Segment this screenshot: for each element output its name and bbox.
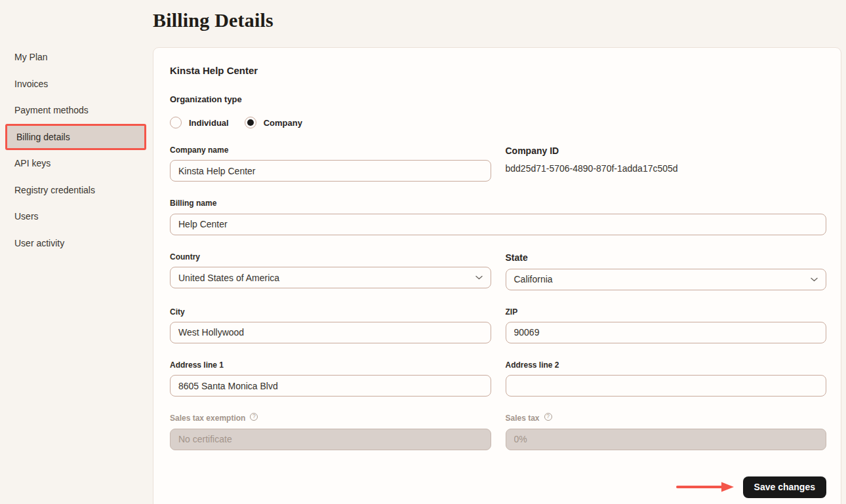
state-field-group: State California bbox=[506, 252, 827, 290]
sidebar-item-my-plan[interactable]: My Plan bbox=[0, 44, 153, 71]
company-name-field-group: Company name bbox=[170, 145, 491, 182]
save-row: Save changes bbox=[170, 476, 826, 498]
address-line-1-field-group: Address line 1 bbox=[170, 360, 491, 397]
state-select[interactable]: California bbox=[506, 269, 827, 290]
billing-name-label: Billing name bbox=[170, 199, 826, 208]
billing-details-card: Kinsta Help Center Organization type Ind… bbox=[153, 47, 841, 504]
sidebar-item-invoices[interactable]: Invoices bbox=[0, 71, 153, 98]
row-billing-name: Billing name bbox=[170, 199, 826, 235]
billing-name-field-group: Billing name bbox=[170, 199, 826, 235]
row-sales-tax: Sales tax exemption ? Sales tax ? bbox=[170, 414, 826, 450]
radio-unselected-icon bbox=[170, 117, 182, 128]
sidebar-item-payment-methods[interactable]: Payment methods bbox=[0, 97, 153, 124]
company-name-input[interactable] bbox=[170, 160, 491, 182]
row-city-zip: City ZIP bbox=[170, 307, 826, 343]
row-country-state: Country United States of America State C… bbox=[170, 252, 826, 290]
city-input[interactable] bbox=[170, 322, 491, 343]
main-content: Billing Details Kinsta Help Center Organ… bbox=[153, 0, 846, 504]
help-icon[interactable]: ? bbox=[250, 413, 258, 421]
country-label: Country bbox=[170, 252, 491, 262]
city-label: City bbox=[170, 307, 491, 317]
chevron-down-icon bbox=[811, 277, 818, 282]
row-company: Company name Company ID bdd25d71-5706-48… bbox=[170, 145, 826, 182]
chevron-down-icon bbox=[475, 275, 483, 280]
company-id-field-group: Company ID bdd25d71-5706-4890-870f-1adda… bbox=[506, 145, 827, 182]
radio-option-individual[interactable]: Individual bbox=[170, 117, 229, 128]
sales-tax-label-text: Sales tax bbox=[506, 414, 540, 423]
company-heading: Kinsta Help Center bbox=[170, 65, 826, 76]
sales-tax-exemption-label: Sales tax exemption ? bbox=[170, 414, 491, 423]
address-line-1-input[interactable] bbox=[170, 375, 491, 397]
help-icon[interactable]: ? bbox=[544, 413, 552, 421]
address-line-2-field-group: Address line 2 bbox=[506, 360, 827, 397]
city-field-group: City bbox=[170, 307, 491, 343]
annotation-arrow-icon bbox=[675, 480, 735, 494]
radio-label-company: Company bbox=[264, 118, 302, 128]
sidebar: My Plan Invoices Payment methods Billing… bbox=[0, 0, 153, 256]
company-id-value: bdd25d71-5706-4890-870f-1adda17c505d bbox=[506, 163, 827, 174]
company-name-label: Company name bbox=[170, 145, 491, 155]
sidebar-item-registry-credentials[interactable]: Registry credentials bbox=[0, 177, 153, 204]
country-field-group: Country United States of America bbox=[170, 252, 491, 290]
country-select[interactable]: United States of America bbox=[170, 267, 491, 288]
sales-tax-exemption-label-text: Sales tax exemption bbox=[170, 414, 245, 423]
sidebar-item-users[interactable]: Users bbox=[0, 203, 153, 230]
billing-name-input[interactable] bbox=[170, 214, 826, 235]
save-changes-button[interactable]: Save changes bbox=[743, 476, 826, 498]
state-selected-value: California bbox=[514, 274, 553, 284]
sidebar-item-user-activity[interactable]: User activity bbox=[0, 230, 153, 257]
radio-option-company[interactable]: Company bbox=[245, 117, 302, 128]
sidebar-item-api-keys[interactable]: API keys bbox=[0, 150, 153, 177]
state-label: State bbox=[506, 252, 827, 263]
radio-selected-icon bbox=[245, 117, 256, 128]
country-selected-value: United States of America bbox=[178, 273, 279, 283]
page-title: Billing Details bbox=[153, 9, 846, 32]
sidebar-item-billing-details[interactable]: Billing details bbox=[5, 124, 146, 151]
organization-type-group: Individual Company bbox=[170, 117, 826, 128]
address-line-1-label: Address line 1 bbox=[170, 360, 491, 370]
zip-field-group: ZIP bbox=[506, 307, 827, 343]
sales-tax-field-group: Sales tax ? bbox=[506, 414, 827, 450]
organization-type-label: Organization type bbox=[170, 94, 826, 104]
company-id-label: Company ID bbox=[506, 145, 827, 157]
row-address: Address line 1 Address line 2 bbox=[170, 360, 826, 397]
address-line-2-label: Address line 2 bbox=[506, 360, 827, 370]
sales-tax-label: Sales tax ? bbox=[506, 414, 827, 423]
sales-tax-exemption-input bbox=[170, 429, 491, 450]
zip-input[interactable] bbox=[506, 322, 827, 343]
address-line-2-input[interactable] bbox=[506, 375, 827, 397]
radio-label-individual: Individual bbox=[189, 118, 229, 128]
sales-tax-input bbox=[506, 429, 827, 450]
sales-tax-exemption-field-group: Sales tax exemption ? bbox=[170, 414, 491, 450]
zip-label: ZIP bbox=[506, 307, 827, 317]
